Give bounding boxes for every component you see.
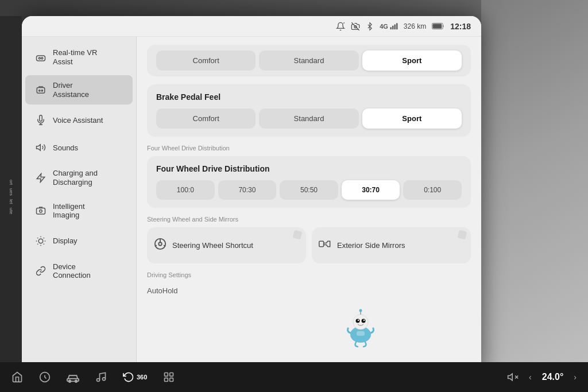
bottom-left-nav: 360 — [11, 371, 175, 383]
svg-rect-6 — [396, 23, 397, 29]
strip-label-3: let — [9, 199, 14, 204]
mirror-icon — [319, 239, 331, 252]
right-seat-area — [481, 0, 588, 392]
fwd-title: Four Wheel Drive Distribution — [156, 164, 462, 173]
camera-icon — [351, 22, 360, 31]
sounds-icon — [34, 141, 47, 154]
exterior-side-mirrors-btn[interactable]: Exterior Side Mirrors — [312, 227, 471, 263]
distance-display: 326 km — [404, 22, 426, 30]
sidebar-item-driver-assistance[interactable]: DriverAssistance — [25, 75, 133, 104]
autohold-row: AutoHold — [147, 283, 471, 298]
driving-settings-label: Driving Settings — [147, 271, 471, 278]
sidebar-item-charging[interactable]: Charging andDischarging — [25, 163, 133, 192]
brake-top-comfort-btn[interactable]: Comfort — [156, 51, 256, 71]
clock: 12:18 — [450, 22, 471, 31]
svg-line-29 — [44, 238, 44, 238]
top-partial-brake-row: Comfort Standard Sport — [147, 45, 471, 76]
svg-rect-35 — [319, 241, 324, 246]
svg-rect-8 — [433, 24, 442, 29]
mute-nav-btn[interactable] — [507, 371, 519, 383]
fwd-card: Four Wheel Drive Distribution 100:0 70:3… — [147, 156, 471, 208]
sidebar-item-realtime-vr[interactable]: Real-time VRAssist — [25, 42, 133, 72]
home-nav-btn[interactable] — [11, 371, 23, 383]
brake-pedal-feel-title: Brake Pedal Feel — [156, 92, 462, 102]
fwd-100-0-btn[interactable]: 100:0 — [156, 180, 215, 200]
fwd-30-70-btn[interactable]: 30:70 — [342, 180, 400, 200]
bottom-right-nav: ‹ 24.0° › — [507, 371, 577, 383]
signal-icon: 4G — [380, 22, 398, 30]
sidebar-item-sounds[interactable]: Sounds — [25, 135, 133, 160]
fwd-options: 100:0 70:30 50:50 30:70 0:100 — [156, 180, 462, 200]
brake-comfort-btn[interactable]: Comfort — [156, 108, 256, 129]
sidebar-label-realtime-vr: Real-time VRAssist — [53, 48, 97, 66]
apps-nav-btn[interactable] — [163, 371, 175, 383]
svg-line-24 — [37, 238, 38, 238]
strip-label-4: ute — [9, 208, 14, 214]
brake-top-standard-btn[interactable]: Standard — [259, 51, 358, 71]
sidebar-item-intelligent-imaging[interactable]: IntelligentImaging — [25, 196, 133, 226]
driving-settings-section: Driving Settings AutoHold — [147, 271, 471, 298]
autohold-label: AutoHold — [147, 286, 177, 295]
fwd-50-50-btn[interactable]: 50:50 — [280, 180, 338, 200]
temperature-value: 24.0° — [542, 372, 564, 382]
device-connection-icon — [34, 265, 47, 277]
intelligent-imaging-icon — [34, 204, 47, 217]
svg-point-31 — [158, 242, 162, 246]
sidebar: Real-time VRAssist DriverAssistance — [22, 37, 137, 378]
sidebar-item-display[interactable]: Display — [25, 229, 133, 253]
temperature-display: 24.0° — [542, 372, 564, 382]
brake-pedal-options: Comfort Standard Sport — [156, 108, 462, 129]
car-nav-btn[interactable] — [67, 371, 79, 383]
svg-rect-52 — [170, 373, 173, 377]
svg-marker-18 — [37, 173, 45, 182]
brake-top-sport-btn[interactable]: Sport — [362, 51, 462, 71]
brake-pedal-feel-card: Brake Pedal Feel Comfort Standard Sport — [147, 84, 471, 137]
sidebar-label-charging: Charging andDischarging — [53, 169, 98, 187]
steering-wheel-icon — [154, 238, 167, 253]
svg-point-11 — [41, 57, 43, 59]
360-nav-btn[interactable]: 360 — [123, 371, 147, 383]
svg-point-49 — [97, 379, 100, 382]
brake-standard-btn[interactable]: Standard — [259, 108, 358, 129]
sidebar-item-device-connection[interactable]: DeviceConnection — [25, 257, 133, 286]
svg-rect-19 — [37, 208, 45, 215]
temp-decrease-btn[interactable]: ‹ — [529, 372, 532, 382]
svg-point-10 — [38, 57, 40, 59]
sidebar-item-voice-assistant[interactable]: Voice Assistant — [25, 108, 133, 132]
svg-point-48 — [75, 381, 78, 383]
svg-rect-51 — [165, 373, 168, 377]
status-bar: 4G 326 km 12:18 — [22, 16, 481, 37]
dashboard-nav-btn[interactable] — [39, 371, 51, 383]
steering-section-label: Steering Wheel and Side Mirrors — [147, 216, 471, 223]
main-screen: 4G 326 km 12:18 — [22, 16, 481, 378]
fwd-70-30-btn[interactable]: 70:30 — [218, 180, 277, 200]
temp-increase-btn[interactable]: › — [574, 372, 577, 382]
music-nav-btn[interactable] — [95, 371, 107, 383]
sidebar-label-voice-assistant: Voice Assistant — [53, 116, 103, 125]
bluetooth-icon — [366, 22, 374, 31]
fwd-0-100-btn[interactable]: 0:100 — [403, 180, 462, 200]
svg-line-0 — [343, 22, 344, 23]
brake-sport-btn[interactable]: Sport — [362, 108, 462, 129]
strip-label-1: ort — [9, 180, 14, 185]
screen-body: Real-time VRAssist DriverAssistance — [22, 37, 481, 378]
notification-icon — [336, 22, 345, 31]
driver-assistance-icon — [34, 84, 47, 96]
sidebar-label-device-connection: DeviceConnection — [53, 262, 91, 280]
svg-point-13 — [39, 90, 40, 91]
shortcut-row: Steering Wheel Shortcut Exterior Side Mi… — [147, 227, 471, 263]
svg-rect-5 — [394, 24, 395, 29]
sidebar-label-intelligent-imaging: IntelligentImaging — [53, 202, 85, 220]
steering-wheel-shortcut-label: Steering Wheel Shortcut — [172, 241, 253, 250]
svg-point-20 — [40, 210, 42, 213]
sidebar-label-sounds: Sounds — [53, 143, 78, 153]
battery-icon — [432, 22, 444, 30]
steering-wheel-shortcut-btn[interactable]: Steering Wheel Shortcut — [147, 227, 306, 263]
left-strip: ort ues let ute — [0, 16, 22, 378]
strip-label-2: ues — [9, 188, 14, 196]
svg-rect-12 — [37, 87, 45, 93]
svg-rect-54 — [170, 378, 173, 382]
sidebar-label-display: Display — [53, 236, 78, 246]
voice-assistant-icon — [34, 114, 47, 126]
svg-point-21 — [38, 239, 43, 243]
